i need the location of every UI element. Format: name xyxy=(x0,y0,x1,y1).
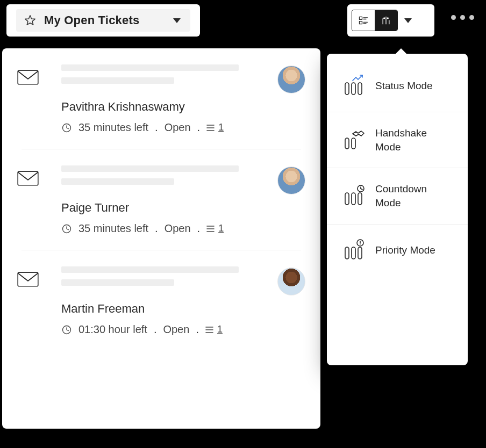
thread-number: 1 xyxy=(218,223,224,234)
separator: . xyxy=(155,222,158,235)
svg-rect-33 xyxy=(352,193,355,205)
mode-toolbar xyxy=(347,4,434,37)
svg-point-10 xyxy=(384,18,385,19)
mode-dropdown-toggle[interactable] xyxy=(404,18,412,23)
clock-icon xyxy=(61,324,72,335)
thread-count: 1 xyxy=(205,324,223,335)
mode-option-priority[interactable]: Priority Mode xyxy=(327,224,468,276)
mode-dropdown-panel: Status Mode Handshake Mode xyxy=(327,54,468,365)
ticket-row[interactable]: Paige Turner 35 minutes left . Open . 1 xyxy=(2,149,320,250)
svg-rect-29 xyxy=(358,83,362,95)
svg-rect-32 xyxy=(345,193,349,205)
mode-option-label: Countdown Mode xyxy=(375,182,440,209)
chevron-down-icon xyxy=(173,18,181,23)
ticket-status: Open xyxy=(165,121,191,134)
view-selector: My Open Tickets xyxy=(6,4,200,37)
thread-icon xyxy=(205,326,215,334)
svg-rect-40 xyxy=(358,247,362,259)
svg-rect-31 xyxy=(352,138,355,149)
preview-placeholder xyxy=(61,178,174,185)
sla-view-button[interactable] xyxy=(375,10,397,31)
ellipsis-dot-icon xyxy=(460,15,465,20)
contact-name: Paige Turner xyxy=(61,201,277,215)
more-actions-button[interactable] xyxy=(451,15,474,20)
separator: . xyxy=(154,323,157,336)
avatar[interactable] xyxy=(277,167,305,194)
ticket-body: Pavithra Krishnaswamy 35 minutes left . … xyxy=(61,64,277,149)
subject-placeholder xyxy=(61,64,239,71)
ticket-meta: 35 minutes left . Open . 1 xyxy=(61,121,277,134)
ticket-row[interactable]: Martin Freeman 01:30 hour left . Open . … xyxy=(2,250,320,351)
mail-icon xyxy=(17,272,39,287)
mode-option-label: Status Mode xyxy=(375,79,433,93)
sla-time: 35 minutes left xyxy=(78,222,148,235)
view-title: My Open Tickets xyxy=(44,13,166,27)
svg-point-11 xyxy=(387,18,388,19)
avatar[interactable] xyxy=(277,66,305,93)
subject-placeholder xyxy=(61,266,239,273)
mode-option-label: Handshake Mode xyxy=(375,126,440,154)
sla-view-icon xyxy=(381,15,391,26)
svg-line-37 xyxy=(361,189,362,190)
separator: . xyxy=(155,121,158,134)
ticket-body: Paige Turner 35 minutes left . Open . 1 xyxy=(61,165,277,250)
countdown-mode-icon xyxy=(342,184,366,208)
status-mode-icon xyxy=(342,74,366,98)
view-mode-toggle xyxy=(352,10,398,31)
clock-icon xyxy=(61,122,72,133)
ticket-list: Pavithra Krishnaswamy 35 minutes left . … xyxy=(2,48,320,429)
mode-option-handshake[interactable]: Handshake Mode xyxy=(327,112,468,168)
ticket-status: Open xyxy=(163,323,189,336)
svg-rect-34 xyxy=(358,193,362,205)
ellipsis-dot-icon xyxy=(469,15,474,20)
ticket-body: Martin Freeman 01:30 hour left . Open . … xyxy=(61,266,277,351)
svg-rect-12 xyxy=(18,70,38,84)
compact-view-button[interactable] xyxy=(352,10,375,31)
thread-number: 1 xyxy=(217,324,223,335)
sla-time: 01:30 hour left xyxy=(78,323,147,336)
view-selector-dropdown[interactable]: My Open Tickets xyxy=(16,9,190,32)
ellipsis-dot-icon xyxy=(451,15,456,20)
avatar[interactable] xyxy=(277,268,305,295)
subject-placeholder xyxy=(61,165,239,172)
svg-rect-27 xyxy=(345,83,349,95)
svg-rect-2 xyxy=(360,21,362,24)
thread-icon xyxy=(206,124,216,132)
svg-rect-22 xyxy=(18,272,38,286)
thread-icon xyxy=(206,225,216,233)
mode-option-label: Priority Mode xyxy=(375,243,435,257)
separator: . xyxy=(196,323,199,336)
preview-placeholder xyxy=(61,77,174,84)
svg-marker-0 xyxy=(25,16,35,25)
contact-name: Martin Freeman xyxy=(61,302,277,316)
ticket-meta: 35 minutes left . Open . 1 xyxy=(61,222,277,235)
thread-count: 1 xyxy=(206,223,224,234)
svg-rect-38 xyxy=(345,247,349,259)
compact-view-icon xyxy=(358,15,369,26)
star-icon xyxy=(24,14,37,27)
ticket-status: Open xyxy=(165,222,191,235)
separator: . xyxy=(197,222,201,235)
thread-count: 1 xyxy=(206,122,224,133)
priority-mode-icon xyxy=(342,239,366,262)
svg-rect-30 xyxy=(345,138,349,149)
contact-name: Pavithra Krishnaswamy xyxy=(61,100,277,114)
ticket-row[interactable]: Pavithra Krishnaswamy 35 minutes left . … xyxy=(2,48,320,149)
svg-rect-28 xyxy=(352,83,355,95)
preview-placeholder xyxy=(61,279,174,286)
svg-rect-39 xyxy=(352,247,355,259)
mail-icon xyxy=(17,171,39,186)
mail-icon xyxy=(17,70,39,85)
mode-option-countdown[interactable]: Countdown Mode xyxy=(327,168,468,223)
ticket-meta: 01:30 hour left . Open . 1 xyxy=(61,323,277,336)
mode-option-status[interactable]: Status Mode xyxy=(327,60,468,112)
svg-point-43 xyxy=(360,244,360,244)
handshake-mode-icon xyxy=(342,128,366,152)
svg-rect-1 xyxy=(360,17,362,19)
thread-number: 1 xyxy=(218,122,224,133)
svg-rect-17 xyxy=(18,171,38,185)
sla-time: 35 minutes left xyxy=(78,121,148,134)
separator: . xyxy=(197,121,201,134)
clock-icon xyxy=(61,223,72,234)
